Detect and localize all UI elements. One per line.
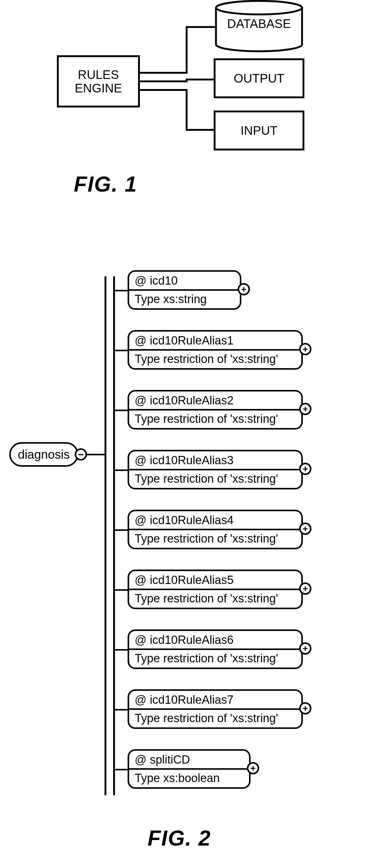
expand-icon[interactable]: +: [299, 463, 311, 475]
connector: [186, 89, 188, 130]
expand-icon[interactable]: +: [238, 283, 250, 296]
attribute-name: @ icd10RuleAlias4: [129, 511, 301, 530]
connector: [115, 769, 127, 770]
attribute-name: @ icd10RuleAlias1: [129, 332, 301, 351]
connector: [140, 72, 188, 74]
attribute-type: Type xs:string: [129, 291, 240, 308]
input-box: INPUT: [214, 111, 304, 150]
connector: [115, 469, 127, 471]
database-cylinder: DATABASE: [214, 0, 304, 52]
connector: [186, 26, 215, 28]
attribute-name: @ icd10RuleAlias2: [129, 392, 301, 410]
tree-trunk-line: [105, 276, 106, 795]
attribute-node: @ icd10RuleAlias6 Type restriction of 'x…: [127, 629, 303, 669]
attribute-node: @ icd10RuleAlias7 Type restriction of 'x…: [127, 689, 303, 729]
expand-icon[interactable]: +: [299, 702, 311, 714]
attribute-node: @ splitiCD Type xs:boolean: [127, 749, 251, 789]
connector: [115, 529, 127, 531]
connector: [140, 81, 188, 82]
connector: [115, 410, 127, 411]
connector: [115, 350, 127, 351]
figure-2-caption: FIG. 2: [148, 826, 211, 850]
output-box: OUTPUT: [214, 58, 304, 98]
collapse-icon[interactable]: −: [75, 448, 87, 461]
attribute-type: Type restriction of 'xs:string': [129, 470, 301, 488]
connector: [115, 709, 127, 711]
rules-engine-label: RULES ENGINE: [75, 68, 122, 95]
svg-point-1: [216, 1, 302, 14]
expand-icon[interactable]: +: [299, 583, 311, 595]
connector: [87, 454, 106, 455]
attribute-name: @ icd10: [129, 272, 240, 291]
connector: [186, 79, 215, 81]
attribute-type: Type xs:boolean: [129, 770, 249, 787]
database-label: DATABASE: [214, 17, 304, 31]
figure-1-caption: FIG. 1: [74, 172, 137, 196]
attribute-node: @ icd10RuleAlias4 Type restriction of 'x…: [127, 510, 303, 549]
expand-icon[interactable]: +: [299, 343, 311, 355]
attribute-node: @ icd10 Type xs:string: [127, 270, 241, 310]
tree-trunk-line: [113, 276, 115, 795]
rules-engine-box: RULES ENGINE: [57, 55, 140, 107]
connector: [186, 26, 188, 74]
attribute-type: Type restriction of 'xs:string': [129, 710, 301, 727]
attribute-type: Type restriction of 'xs:string': [129, 410, 301, 428]
input-label: INPUT: [241, 124, 278, 137]
expand-icon[interactable]: +: [247, 762, 259, 774]
expand-icon[interactable]: +: [299, 403, 311, 415]
attribute-node: @ icd10RuleAlias3 Type restriction of 'x…: [127, 450, 303, 489]
output-label: OUTPUT: [234, 71, 284, 85]
attribute-type: Type restriction of 'xs:string': [129, 351, 301, 368]
attribute-node: @ icd10RuleAlias1 Type restriction of 'x…: [127, 330, 303, 370]
connector: [140, 89, 188, 91]
attribute-type: Type restriction of 'xs:string': [129, 530, 301, 548]
attribute-name: @ icd10RuleAlias3: [129, 451, 301, 470]
diagnosis-root-label: diagnosis: [18, 448, 70, 462]
connector: [115, 649, 127, 651]
attribute-name: @ icd10RuleAlias6: [129, 631, 301, 650]
attribute-name: @ icd10RuleAlias7: [129, 691, 301, 710]
connector: [186, 129, 215, 131]
expand-icon[interactable]: +: [299, 642, 311, 655]
attribute-type: Type restriction of 'xs:string': [129, 650, 301, 668]
attribute-node: @ icd10RuleAlias5 Type restriction of 'x…: [127, 569, 303, 609]
diagnosis-root-node: diagnosis: [9, 442, 78, 467]
attribute-node: @ icd10RuleAlias2 Type restriction of 'x…: [127, 390, 303, 430]
expand-icon[interactable]: +: [299, 523, 311, 535]
connector: [115, 589, 127, 591]
connector: [115, 290, 127, 291]
attribute-name: @ splitiCD: [129, 751, 249, 770]
attribute-name: @ icd10RuleAlias5: [129, 571, 301, 590]
attribute-type: Type restriction of 'xs:string': [129, 590, 301, 608]
